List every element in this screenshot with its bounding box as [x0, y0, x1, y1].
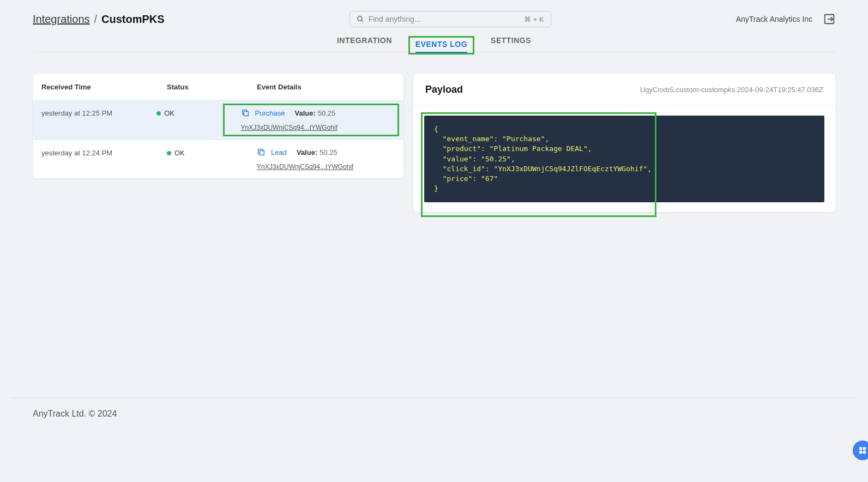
payload-body: { "event_name": "Purchase", "product": "…	[413, 106, 835, 212]
event-row: Lead Value: 50.25	[257, 148, 353, 156]
details-inner: Purchase Value: 50.25 YnXJ3xDUWnjCSq94..…	[241, 109, 337, 131]
table-row[interactable]: yesterday at 12:24 PM OK Lead Value:	[33, 140, 403, 178]
search-placeholder: Find anything...	[369, 15, 525, 23]
col-header-time: Received Time	[41, 83, 167, 91]
search-input[interactable]: Find anything... ⌘ + K	[349, 11, 551, 27]
tab-integration[interactable]: INTEGRATION	[337, 36, 392, 52]
search-shortcut: ⌘ + K	[524, 15, 544, 23]
table-header: Received Time Status Event Details	[33, 74, 403, 100]
click-id-link[interactable]: YnXJ3xDUWnjCSq94...tYWGohif	[257, 163, 353, 171]
table-row[interactable]: yesterday at 12:25 PM OK Purchase	[33, 100, 403, 140]
payload-panel: Payload UqyCnxbS.custom-custompks.2024-0…	[413, 74, 835, 212]
header-right: AnyTrack Analytics Inc	[736, 13, 835, 25]
svg-rect-3	[244, 111, 248, 116]
tab-highlight: EVENTS LOG	[408, 36, 474, 55]
event-row: Purchase Value: 50.25	[241, 109, 337, 117]
tabs: INTEGRATION EVENTS LOG SETTINGS	[33, 33, 835, 52]
details-highlight: Purchase Value: 50.25 YnXJ3xDUWnjCSq94..…	[223, 104, 399, 136]
payload-id: UqyCnxbS.custom-custompks.2024-09-24T19:…	[640, 86, 823, 94]
footer: AnyTrack Ltd. © 2024	[33, 398, 835, 430]
header: Integrations / CustomPKS Find anything..…	[33, 0, 835, 33]
details-inner: Lead Value: 50.25 YnXJ3xDUWnjCSq94...tYW…	[257, 148, 353, 171]
col-header-status: Status	[167, 83, 257, 91]
breadcrumb-current: CustomPKS	[101, 13, 165, 26]
content: Received Time Status Event Details yeste…	[33, 52, 835, 212]
exit-icon[interactable]	[823, 13, 835, 25]
copy-icon[interactable]	[241, 109, 250, 117]
cell-time: yesterday at 12:25 PM	[41, 108, 156, 132]
value-label: Value:	[297, 148, 317, 156]
svg-line-1	[361, 20, 363, 22]
cell-time: yesterday at 12:24 PM	[41, 148, 167, 171]
search-icon	[357, 15, 364, 23]
cell-status: OK	[167, 148, 257, 171]
status-text: OK	[174, 149, 185, 157]
status-dot-icon	[167, 151, 171, 155]
copy-icon[interactable]	[257, 148, 266, 156]
payload-header: Payload UqyCnxbS.custom-custompks.2024-0…	[413, 74, 835, 106]
svg-rect-4	[260, 150, 264, 155]
payload-code: { "event_name": "Purchase", "product": "…	[424, 116, 824, 202]
cell-details: Lead Value: 50.25 YnXJ3xDUWnjCSq94...tYW…	[257, 148, 395, 171]
svg-point-0	[357, 16, 361, 21]
value-label: Value:	[295, 109, 316, 117]
col-header-details: Event Details	[257, 83, 395, 91]
value-number: 50.25	[318, 109, 336, 117]
tab-events-log[interactable]: EVENTS LOG	[415, 40, 467, 53]
payload-title: Payload	[425, 84, 463, 95]
events-table: Received Time Status Event Details yeste…	[33, 74, 403, 178]
breadcrumb-root-link[interactable]: Integrations	[33, 13, 90, 26]
value-number: 50.25	[320, 148, 337, 156]
click-id-link[interactable]: YnXJ3xDUWnjCSq94...tYWGohif	[241, 124, 337, 131]
breadcrumb: Integrations / CustomPKS	[33, 13, 165, 26]
cell-details: Purchase Value: 50.25 YnXJ3xDUWnjCSq94..…	[239, 108, 395, 132]
event-name: Lead	[271, 148, 287, 156]
tab-settings[interactable]: SETTINGS	[491, 36, 531, 52]
event-name: Purchase	[255, 109, 285, 117]
status-text: OK	[164, 109, 174, 117]
company-name[interactable]: AnyTrack Analytics Inc	[736, 15, 812, 23]
breadcrumb-separator: /	[94, 13, 98, 26]
status-dot-icon	[156, 111, 161, 116]
